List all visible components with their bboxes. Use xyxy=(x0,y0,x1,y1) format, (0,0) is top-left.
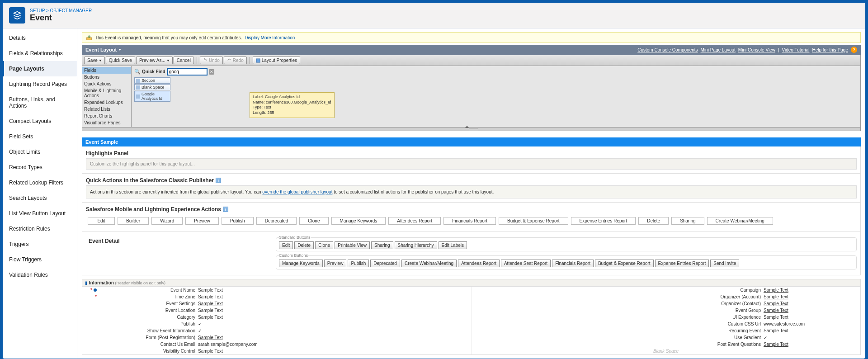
field-row: CampaignSample Text xyxy=(472,287,860,293)
sidebar-item[interactable]: Related Lookup Filters xyxy=(3,175,77,190)
palette-resize-handle[interactable] xyxy=(82,128,861,131)
header-link[interactable]: Help for this Page xyxy=(812,47,849,52)
action-chip[interactable]: Budget & Expense Report xyxy=(499,217,568,225)
quick-save-button[interactable]: Quick Save xyxy=(106,57,135,64)
action-chip[interactable]: Wizard xyxy=(151,217,183,225)
override-publisher-link[interactable]: override the global publisher layout xyxy=(262,189,332,194)
redo-button[interactable]: Redo xyxy=(224,57,247,64)
detail-button[interactable]: Publish xyxy=(348,260,369,267)
palette-category[interactable]: Quick Actions xyxy=(82,80,131,87)
display-more-link[interactable]: Display More Information xyxy=(245,35,295,40)
sidebar-item[interactable]: Field Sets xyxy=(3,129,77,144)
palette-category[interactable]: Visualforce Pages xyxy=(82,119,131,126)
action-chip[interactable]: Delete xyxy=(638,217,669,225)
palette-category[interactable]: Mobile & Lightning Actions xyxy=(82,87,131,99)
action-chip[interactable]: Builder xyxy=(118,217,149,225)
action-chip[interactable]: Financials Report xyxy=(443,217,496,225)
detail-button[interactable]: Edit xyxy=(279,241,293,249)
layout-title-dropdown-icon[interactable] xyxy=(118,49,121,51)
sidebar-item[interactable]: List View Button Layout xyxy=(3,206,77,221)
sample-link[interactable]: Sample Text xyxy=(764,294,788,299)
field-row: UI ExperienceSample Text xyxy=(472,314,860,321)
sidebar-item[interactable]: Fields & Relationships xyxy=(3,46,77,61)
palette-category[interactable]: Related Lists xyxy=(82,106,131,113)
detail-button[interactable]: Edit Labels xyxy=(439,241,467,249)
action-chip[interactable]: Publish xyxy=(222,217,254,225)
detail-button[interactable]: Clone xyxy=(315,241,333,249)
palette-item[interactable]: Google Analytics Id xyxy=(134,91,170,102)
sample-link[interactable]: Sample Text xyxy=(764,342,788,347)
detail-button[interactable]: Attendees Report xyxy=(458,260,500,267)
info-icon[interactable]: i xyxy=(223,207,228,212)
palette-category[interactable]: Fields xyxy=(82,67,131,74)
field-label: Use Gradient xyxy=(474,335,764,340)
detail-button[interactable]: Printable View xyxy=(335,241,370,249)
detail-button[interactable]: Create Webinar/Meeting xyxy=(401,260,457,267)
field-row: Post Event QuestionsSample Text xyxy=(472,341,860,348)
sample-link[interactable]: Sample Text xyxy=(764,301,788,306)
quick-find-clear[interactable]: ✕ xyxy=(209,69,214,75)
action-chip[interactable]: Clone xyxy=(299,217,328,225)
detail-button[interactable]: Financials Report xyxy=(552,260,594,267)
action-chip[interactable]: Deprecated xyxy=(256,217,297,225)
action-chip[interactable]: Expense Entries Report xyxy=(571,217,636,225)
layout-properties-button[interactable]: Layout Properties xyxy=(253,57,300,64)
detail-button[interactable]: Attendee Seat Report xyxy=(501,260,551,267)
action-chip[interactable]: Edit xyxy=(88,217,115,225)
palette-item[interactable]: Blank Space xyxy=(134,84,170,90)
undo-button[interactable]: Undo xyxy=(200,57,223,64)
action-chip[interactable]: Create Webinar/Meeting xyxy=(707,217,773,225)
detail-button[interactable]: Deprecated xyxy=(370,260,400,267)
detail-button[interactable]: Delete xyxy=(294,241,314,249)
sidebar-item[interactable]: Restriction Rules xyxy=(3,221,77,236)
detail-button[interactable]: Sharing xyxy=(371,241,393,249)
sample-link[interactable]: Sample Text xyxy=(764,288,788,293)
action-chip[interactable]: Sharing xyxy=(671,217,704,225)
sample-link[interactable]: Sample Text xyxy=(764,308,788,313)
header-link[interactable]: Mini Page Layout xyxy=(701,47,736,52)
header-link[interactable]: Video Tutorial xyxy=(782,47,810,52)
sidebar-item[interactable]: Details xyxy=(3,30,77,46)
breadcrumb-object-manager[interactable]: OBJECT MANAGER xyxy=(50,8,92,13)
palette-category[interactable]: Buttons xyxy=(82,74,131,80)
help-icon[interactable]: ? xyxy=(851,47,857,53)
info-icon[interactable]: i xyxy=(216,178,221,183)
action-chip[interactable]: Manage Keywords xyxy=(331,217,386,225)
detail-button[interactable]: Sharing Hierarchy xyxy=(395,241,437,249)
svg-rect-2 xyxy=(136,79,140,83)
detail-button[interactable]: Budget & Expense Report xyxy=(595,260,654,267)
sidebar-item[interactable]: Buttons, Links, and Actions xyxy=(3,92,77,113)
header-link[interactable]: Mini Console View xyxy=(738,47,775,52)
detail-button[interactable]: Preview xyxy=(324,260,347,267)
sidebar-item[interactable]: Compact Layouts xyxy=(3,113,77,129)
preview-as-button[interactable]: Preview As... xyxy=(136,57,173,64)
detail-button[interactable]: Expense Entries Report xyxy=(655,260,709,267)
sidebar-item[interactable]: Validation Rules xyxy=(3,267,77,283)
action-chip[interactable]: Attendees Report xyxy=(388,217,441,225)
sample-link[interactable]: Sample Text xyxy=(764,328,788,333)
highlights-body[interactable]: Customize the highlights panel for this … xyxy=(86,158,857,170)
action-chip[interactable]: Preview xyxy=(185,217,219,225)
palette-category[interactable]: Report Charts xyxy=(82,113,131,119)
sidebar-item[interactable]: Page Layouts xyxy=(3,61,77,76)
breadcrumb-setup[interactable]: SETUP xyxy=(30,8,45,13)
detail-button[interactable]: Manage Keywords xyxy=(279,260,323,267)
sample-link[interactable]: Sample Text xyxy=(198,335,223,340)
sidebar-item[interactable]: Record Types xyxy=(3,160,77,175)
cancel-button[interactable]: Cancel xyxy=(174,57,194,64)
event-detail-title: Event Detail xyxy=(89,238,264,244)
detail-button[interactable]: Send Invite xyxy=(710,260,739,267)
save-button[interactable]: Save xyxy=(84,57,105,64)
quick-find-input[interactable] xyxy=(167,68,208,76)
properties-icon xyxy=(256,58,260,63)
palette-category[interactable]: Expanded Lookups xyxy=(82,99,131,106)
sidebar-item[interactable]: Triggers xyxy=(3,236,77,252)
header-link[interactable]: Custom Console Components xyxy=(637,47,698,52)
field-value: www.salesforce.com xyxy=(764,321,805,326)
sample-link[interactable]: Sample Text xyxy=(198,301,223,306)
sidebar-item[interactable]: Object Limits xyxy=(3,144,77,160)
sidebar-item[interactable]: Flow Triggers xyxy=(3,252,77,267)
sidebar-item[interactable]: Lightning Record Pages xyxy=(3,76,77,92)
palette-item[interactable]: Section xyxy=(134,77,170,84)
sidebar-item[interactable]: Search Layouts xyxy=(3,190,77,206)
